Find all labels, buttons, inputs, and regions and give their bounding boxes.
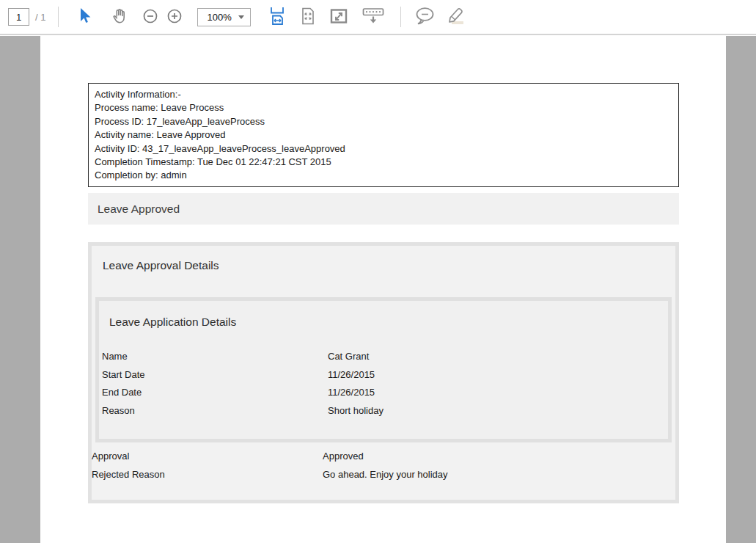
page-count-label: / 1: [35, 12, 45, 23]
panel-title: Leave Application Details: [109, 316, 236, 329]
leave-approval-details-panel: Leave Approval Details Leave Application…: [88, 242, 679, 503]
pdf-viewer-toolbar: / 1 100%: [0, 0, 756, 35]
activity-info-line: Activity Information:-: [95, 88, 672, 101]
document-viewport[interactable]: Activity Information:- Process name: Lea…: [0, 36, 756, 543]
activity-info-line: Completion Timestamp: Tue Dec 01 22:47:2…: [95, 156, 672, 169]
pdf-page: Activity Information:- Process name: Lea…: [40, 36, 726, 543]
field-value: 11/26/2015: [328, 384, 375, 402]
field-row: Reason Short holiday: [102, 402, 383, 420]
toolbar-separator: [400, 7, 401, 27]
fit-page-button[interactable]: [301, 5, 315, 29]
comment-button[interactable]: [414, 5, 435, 29]
field-label: End Date: [102, 384, 328, 402]
highlighter-pen-icon: [446, 7, 465, 28]
field-value: Cat Grant: [328, 348, 369, 366]
comment-bubble-icon: [414, 7, 435, 28]
fullscreen-icon: [330, 8, 348, 26]
zoom-level-value: 100%: [207, 12, 231, 23]
fit-width-icon: [268, 7, 286, 28]
activity-info-line: Process name: Leave Process: [95, 101, 672, 114]
fit-page-icon: [301, 7, 315, 27]
field-label: Approval: [92, 447, 323, 465]
select-tool-button[interactable]: [77, 5, 92, 29]
zoom-out-button[interactable]: [142, 5, 158, 29]
chevron-down-icon: [238, 15, 244, 19]
field-value: Approved: [323, 447, 364, 465]
field-value: Short holiday: [328, 402, 383, 420]
field-label: Name: [102, 348, 328, 366]
field-row: Rejected Reason Go ahead. Enjoy your hol…: [92, 465, 448, 484]
pan-tool-button[interactable]: [111, 5, 128, 29]
hide-toolbar-button[interactable]: [362, 5, 384, 29]
fit-width-button[interactable]: [268, 5, 286, 29]
field-row: Start Date 11/26/2015: [102, 366, 383, 385]
hand-icon: [111, 7, 128, 27]
zoom-level-dropdown[interactable]: 100%: [197, 8, 251, 26]
toolbar-separator: [58, 7, 59, 27]
zoom-in-button[interactable]: [166, 5, 183, 29]
leave-application-details-panel: Leave Application Details Name Cat Grant…: [95, 297, 672, 442]
activity-information-box: Activity Information:- Process name: Lea…: [88, 83, 679, 187]
field-value: Go ahead. Enjoy your holiday: [323, 465, 448, 484]
approval-fields: Approval Approved Rejected Reason Go ahe…: [92, 447, 448, 484]
activity-info-line: Activity name: Leave Approved: [95, 128, 672, 142]
page-number-input[interactable]: [8, 8, 29, 26]
activity-info-line: Completion by: admin: [95, 169, 672, 182]
section-header-label: Leave Approved: [98, 203, 180, 216]
activity-info-line: Activity ID: 43_17_leaveApp_leaveProcess…: [95, 142, 672, 156]
field-label: Rejected Reason: [92, 465, 323, 484]
panel-title: Leave Approval Details: [103, 259, 219, 272]
field-row: End Date 11/26/2015: [102, 384, 383, 402]
field-row: Approval Approved: [92, 447, 448, 465]
zoom-in-icon: [166, 8, 183, 26]
application-fields: Name Cat Grant Start Date 11/26/2015 End…: [102, 348, 383, 420]
hide-toolbar-icon: [362, 7, 384, 27]
field-row: Name Cat Grant: [102, 348, 383, 366]
field-label: Start Date: [102, 366, 328, 385]
field-label: Reason: [102, 402, 328, 420]
highlighter-button[interactable]: [446, 5, 465, 29]
activity-info-line: Process ID: 17_leaveApp_leaveProcess: [95, 115, 672, 128]
zoom-out-icon: [142, 8, 158, 26]
fullscreen-button[interactable]: [330, 5, 348, 29]
section-header-bar: Leave Approved: [88, 193, 679, 225]
field-value: 11/26/2015: [328, 366, 375, 385]
cursor-arrow-icon: [77, 7, 92, 27]
